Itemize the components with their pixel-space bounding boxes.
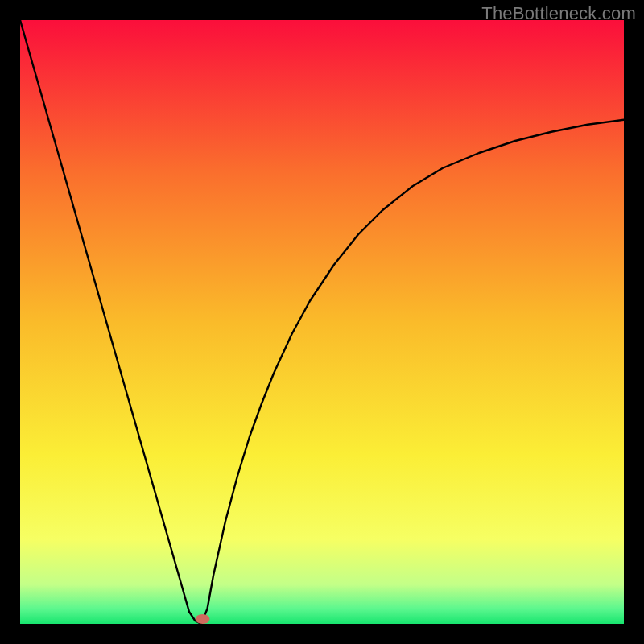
watermark-text: TheBottleneck.com (481, 3, 636, 24)
chart-svg (20, 20, 624, 624)
chart-frame: TheBottleneck.com (0, 0, 644, 644)
bottleneck-marker (196, 614, 210, 624)
gradient-background (20, 20, 624, 624)
plot-area (20, 20, 624, 624)
